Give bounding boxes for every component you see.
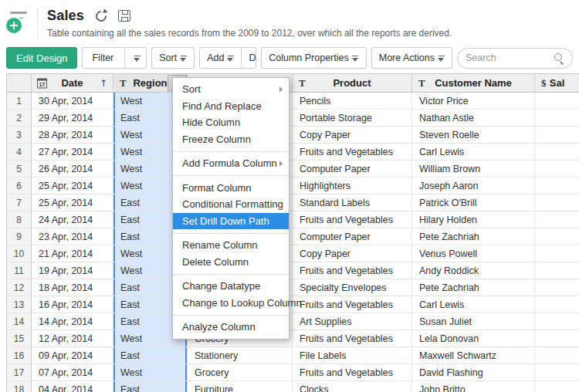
date-cell[interactable]: 19 Apr, 2014	[32, 262, 113, 279]
date-cell[interactable]: 07 Apr, 2014	[32, 364, 113, 380]
sales-cell[interactable]	[535, 364, 579, 380]
add-button[interactable]: Add	[200, 48, 241, 68]
row-number-cell[interactable]: 6	[7, 177, 32, 194]
product-cell[interactable]: Standard Labels	[293, 194, 412, 211]
sales-cell[interactable]	[535, 194, 579, 211]
row-number-cell[interactable]: 14	[7, 313, 32, 329]
category-cell[interactable]: Grocery	[188, 364, 293, 380]
sales-cell[interactable]	[535, 211, 579, 228]
row-number-cell[interactable]: 4	[7, 144, 32, 160]
product-cell[interactable]: Fruits and Vegetables	[293, 330, 412, 346]
customer-name-cell[interactable]: Carl Lewis	[412, 296, 535, 313]
product-cell[interactable]: Pencils	[293, 93, 412, 109]
category-cell[interactable]: Furniture	[188, 381, 293, 392]
sales-cell[interactable]	[535, 127, 579, 143]
customer-name-cell[interactable]: Susan Juliet	[412, 313, 535, 329]
column-header-product[interactable]: T Product	[293, 74, 412, 92]
customer-name-cell[interactable]: David Flashing	[412, 364, 535, 380]
menu-item[interactable]: Set Drill Down Path	[173, 213, 289, 230]
row-number-cell[interactable]: 8	[7, 211, 32, 228]
product-cell[interactable]: File Labels	[293, 347, 412, 363]
date-cell[interactable]: 25 Apr, 2014	[32, 194, 113, 211]
region-cell[interactable]: East	[113, 381, 188, 392]
customer-name-cell[interactable]: Victor Price	[412, 93, 535, 109]
product-cell[interactable]: Fruits and Vegetables	[293, 296, 412, 313]
search-icon[interactable]	[554, 52, 564, 63]
sales-cell[interactable]	[535, 347, 579, 363]
date-cell[interactable]: 30 Apr, 2014	[32, 93, 113, 109]
row-number-cell[interactable]: 2	[7, 110, 32, 126]
sales-cell[interactable]	[535, 330, 579, 346]
customer-name-cell[interactable]: Andy Roddick	[412, 262, 535, 279]
sales-cell[interactable]	[535, 313, 579, 329]
date-cell[interactable]: 25 Apr, 2014	[32, 177, 113, 194]
add-circle-icon[interactable]	[6, 18, 22, 33]
category-cell[interactable]: Stationery	[188, 347, 293, 363]
menu-item[interactable]: Conditional Formatting	[173, 196, 289, 213]
customer-name-cell[interactable]: William Brown	[412, 161, 535, 177]
sales-cell[interactable]	[535, 93, 579, 109]
row-number-cell[interactable]: 5	[7, 161, 32, 177]
product-cell[interactable]: Highlighters	[293, 177, 412, 194]
date-cell[interactable]: 14 Apr, 2014	[32, 313, 113, 329]
date-cell[interactable]: 18 Apr, 2014	[32, 279, 113, 296]
search-box[interactable]	[457, 48, 573, 69]
sort-button[interactable]: Sort	[151, 47, 195, 69]
customer-name-cell[interactable]: Nathan Astle	[412, 110, 535, 126]
customer-name-cell[interactable]: John Britto	[412, 381, 535, 392]
column-header-date[interactable]: 17 Date ↑	[32, 74, 113, 92]
sales-cell[interactable]	[535, 177, 579, 194]
row-number-cell[interactable]: 13	[7, 296, 32, 313]
sales-cell[interactable]	[535, 228, 579, 245]
row-number-cell[interactable]: 7	[7, 194, 32, 211]
product-cell[interactable]: Specialty Envelopes	[293, 279, 412, 296]
date-cell[interactable]: 26 Apr, 2014	[32, 161, 113, 177]
sales-cell[interactable]	[535, 381, 579, 392]
menu-item[interactable]: Format Column	[173, 180, 289, 197]
product-cell[interactable]: Fruits and Vegetables	[293, 211, 412, 228]
customer-name-cell[interactable]: Pete Zachriah	[412, 279, 535, 296]
sales-cell[interactable]	[535, 144, 579, 160]
customer-name-cell[interactable]: Lela Donovan	[412, 330, 535, 346]
row-number-cell[interactable]: 16	[7, 347, 32, 363]
menu-item[interactable]: Delete Column	[173, 254, 289, 271]
product-cell[interactable]: Art Supplies	[293, 313, 412, 329]
column-header-customer-name[interactable]: T Customer Name	[412, 74, 535, 92]
row-number-cell[interactable]: 11	[7, 262, 32, 279]
table-list-add-icon[interactable]	[6, 10, 29, 36]
edit-design-button[interactable]: Edit Design	[6, 47, 77, 69]
customer-name-cell[interactable]: Patrick O'Brill	[412, 194, 535, 211]
row-number-header[interactable]	[7, 74, 32, 92]
date-cell[interactable]: 16 Apr, 2014	[32, 296, 113, 313]
column-properties-button[interactable]: Column Properties	[261, 47, 367, 69]
menu-item[interactable]: Change to Lookup Column	[173, 295, 289, 312]
product-cell[interactable]: Computer Paper	[293, 228, 412, 245]
sales-cell[interactable]	[535, 161, 579, 177]
date-cell[interactable]: 09 Apr, 2014	[32, 347, 113, 363]
menu-item[interactable]: Sort	[173, 81, 289, 98]
column-header-sales[interactable]: $ Sal	[535, 74, 579, 92]
sales-cell[interactable]	[535, 279, 579, 296]
menu-item[interactable]: Analyze Column	[173, 319, 289, 336]
date-cell[interactable]: 24 Apr, 2014	[32, 211, 113, 228]
refresh-icon[interactable]	[96, 11, 107, 22]
date-cell[interactable]: 28 Apr, 2014	[32, 127, 113, 143]
date-cell[interactable]: 23 Apr, 2014	[32, 228, 113, 245]
menu-item[interactable]: Hide Column	[173, 114, 289, 131]
customer-name-cell[interactable]: Maxwell Schwartz	[412, 347, 535, 363]
product-cell[interactable]: Fruits and Vegetables	[293, 262, 412, 279]
product-cell[interactable]: Fruits and Vegetables	[293, 144, 412, 160]
menu-item[interactable]: Change Datatype	[173, 278, 289, 295]
date-cell[interactable]: 04 Apr, 2014	[32, 381, 113, 392]
customer-name-cell[interactable]: Pete Zachriah	[412, 228, 535, 245]
customer-name-cell[interactable]: Joseph Aaron	[412, 177, 535, 194]
customer-name-cell[interactable]: Hilary Holden	[412, 211, 535, 228]
search-input[interactable]	[466, 52, 554, 63]
product-cell[interactable]: Portable Storage	[293, 110, 412, 126]
save-icon[interactable]	[118, 10, 130, 22]
customer-name-cell[interactable]: Steven Roelle	[412, 127, 535, 143]
sales-cell[interactable]	[535, 296, 579, 313]
row-number-cell[interactable]: 17	[7, 364, 32, 380]
menu-item[interactable]: Rename Column	[173, 237, 289, 254]
region-cell[interactable]: West	[113, 364, 188, 380]
